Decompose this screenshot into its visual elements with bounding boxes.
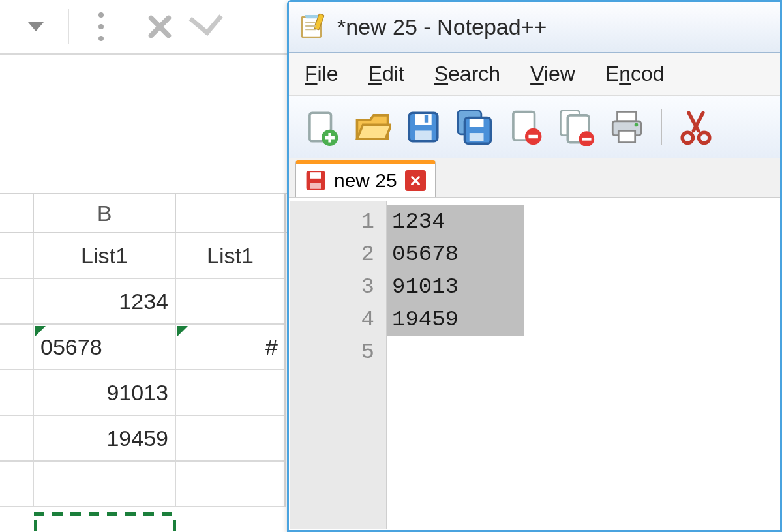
svg-rect-10	[470, 119, 484, 127]
svg-rect-14	[528, 134, 538, 138]
tabstrip: new 25	[289, 158, 780, 198]
svg-rect-6	[415, 130, 431, 140]
menu-encoding[interactable]: Encod	[605, 62, 665, 86]
code-line[interactable]: 05678	[392, 238, 779, 271]
excel-grid[interactable]: List1 List1 1234 05678 # 91013 19459	[0, 233, 287, 507]
line-number: 1	[290, 205, 374, 238]
code-line[interactable]: 19459	[392, 303, 779, 336]
table-row: List1 List1	[0, 233, 287, 279]
line-number-gutter: 1 2 3 4 5	[290, 201, 387, 529]
table-row: 19459	[0, 416, 287, 462]
row-header[interactable]	[0, 416, 34, 462]
cell-c6[interactable]	[176, 462, 286, 507]
column-header-c[interactable]	[176, 194, 286, 232]
print-button[interactable]	[607, 108, 646, 147]
new-file-button[interactable]	[302, 108, 341, 147]
cell-b6[interactable]	[34, 462, 176, 507]
table-row: 1234	[0, 279, 287, 325]
row-header[interactable]	[0, 370, 34, 416]
check-icon	[207, 14, 230, 40]
app-icon	[299, 12, 327, 42]
dots-vertical-icon	[98, 12, 104, 41]
cell-b2[interactable]: 1234	[34, 279, 176, 325]
save-button[interactable]	[404, 108, 443, 147]
table-row: 91013	[0, 370, 287, 416]
rowcol-corner[interactable]	[0, 194, 34, 232]
menu-edit[interactable]: Edit	[368, 62, 404, 86]
tab-close-button[interactable]	[405, 170, 426, 191]
svg-rect-7	[425, 115, 428, 122]
excel-formula-toolbar	[0, 0, 287, 55]
toolbar-separator	[661, 109, 662, 145]
copy-selection-marquee	[34, 512, 176, 532]
line-number: 5	[290, 336, 374, 368]
cell-c5[interactable]	[176, 416, 286, 462]
close-icon	[410, 175, 421, 186]
toolbar	[289, 96, 780, 158]
tab-label: new 25	[334, 170, 397, 192]
svg-rect-11	[470, 133, 484, 141]
cell-c1[interactable]: List1	[176, 233, 286, 279]
column-header-b[interactable]: B	[34, 194, 176, 232]
row-header[interactable]	[0, 462, 34, 507]
cell-b3[interactable]: 05678	[34, 325, 176, 370]
svg-rect-27	[310, 183, 321, 189]
close-icon	[145, 12, 175, 42]
cut-button[interactable]	[676, 108, 715, 147]
cell-c2[interactable]	[176, 279, 286, 325]
error-triangle-icon	[35, 326, 46, 336]
menu-file[interactable]: File	[305, 62, 338, 86]
svg-rect-5	[415, 114, 431, 125]
close-file-button[interactable]	[505, 108, 545, 147]
enter-button[interactable]	[189, 4, 248, 50]
svg-point-24	[699, 132, 710, 143]
code-area[interactable]: 1234 05678 91013 19459	[387, 201, 779, 529]
line-number: 2	[290, 238, 374, 271]
line-number: 3	[290, 271, 374, 303]
error-triangle-icon	[177, 326, 188, 336]
table-row	[0, 462, 287, 507]
open-file-button[interactable]	[353, 108, 392, 147]
editor[interactable]: 1 2 3 4 5 1234 05678 91013 19459	[290, 201, 779, 529]
code-line[interactable]	[392, 336, 779, 368]
more-button[interactable]	[72, 4, 130, 50]
code-line[interactable]: 1234	[392, 205, 779, 238]
unsaved-icon	[305, 170, 326, 191]
toolbar-separator	[68, 9, 69, 44]
row-header[interactable]	[0, 233, 34, 279]
svg-rect-18	[582, 137, 592, 140]
cell-c3[interactable]: #	[176, 325, 286, 370]
cell-b5[interactable]: 19459	[34, 416, 176, 462]
caret-down-icon	[28, 22, 44, 31]
menu-view[interactable]: View	[530, 62, 575, 86]
cell-b4[interactable]: 91013	[34, 370, 176, 416]
cell-b1[interactable]: List1	[34, 233, 176, 279]
excel-window: B List1 List1 1234 05678 # 91013 19459	[0, 0, 287, 532]
svg-rect-19	[618, 111, 637, 121]
code-line[interactable]: 91013	[392, 271, 779, 303]
tab-new25[interactable]: new 25	[295, 160, 436, 197]
save-all-button[interactable]	[455, 108, 494, 147]
window-title: *new 25 - Notepad++	[337, 14, 547, 40]
cell-c4[interactable]	[176, 370, 286, 416]
svg-point-22	[635, 123, 639, 126]
notepadpp-window: *new 25 - Notepad++ File Edit Search Vie…	[287, 0, 782, 532]
line-number: 4	[290, 303, 374, 336]
row-header[interactable]	[0, 325, 34, 370]
cancel-button[interactable]	[130, 4, 189, 50]
row-header[interactable]	[0, 279, 34, 325]
namebox-dropdown[interactable]	[7, 4, 65, 50]
close-all-button[interactable]	[556, 108, 595, 147]
svg-rect-26	[310, 172, 321, 179]
menu-search[interactable]: Search	[434, 62, 500, 86]
titlebar[interactable]: *new 25 - Notepad++	[289, 2, 780, 53]
column-headers: B	[0, 193, 287, 233]
menubar: File Edit Search View Encod	[289, 53, 780, 96]
svg-rect-21	[618, 130, 635, 142]
svg-point-23	[682, 132, 693, 143]
